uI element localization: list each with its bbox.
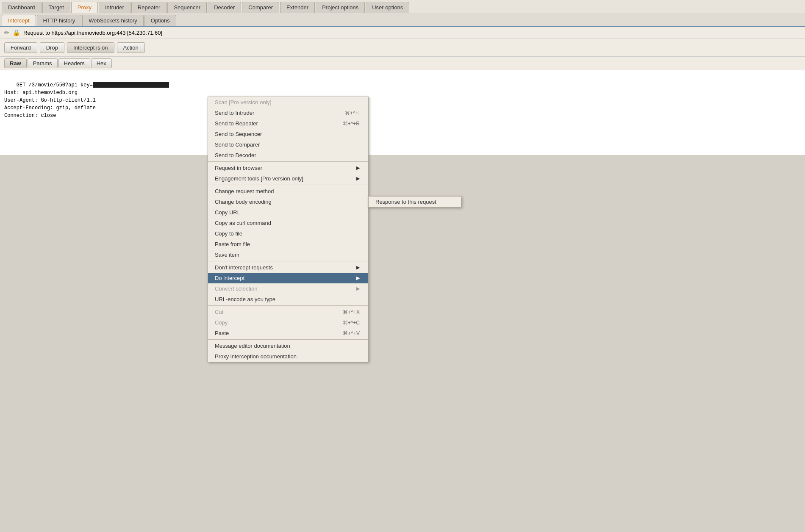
top-nav-bar: Dashboard Target Proxy Intruder Repeater…	[0, 0, 805, 13]
menu-item-engagement-tools[interactable]: Engagement tools [Pro version only] ▶	[208, 173, 368, 184]
sub-tab-websockets[interactable]: WebSockets history	[82, 15, 144, 26]
menu-separator-4	[208, 305, 368, 306]
nav-tab-repeater[interactable]: Repeater	[131, 2, 167, 13]
menu-separator-5	[208, 339, 368, 340]
menu-item-change-encoding[interactable]: Change body encoding	[208, 197, 368, 207]
lock-icon: 🔒	[13, 29, 20, 36]
button-row: Forward Drop Intercept is on Action	[0, 39, 805, 57]
info-bar: ✏ 🔒 Request to https://api.themoviedb.or…	[0, 27, 805, 39]
request-line5: Connection: close	[4, 113, 56, 119]
menu-separator-2	[208, 185, 368, 185]
request-line1: GET /3/movie/550?api_key=	[17, 82, 93, 88]
menu-item-paste-file[interactable]: Paste from file	[208, 239, 368, 249]
nav-tab-user-options[interactable]: User options	[366, 2, 409, 13]
menu-item-editor-docs[interactable]: Message editor documentation	[208, 341, 368, 351]
menu-item-save-item[interactable]: Save item	[208, 249, 368, 260]
nav-tab-comparer[interactable]: Comparer	[242, 2, 279, 13]
nav-tab-dashboard[interactable]: Dashboard	[2, 2, 42, 13]
nav-tab-extender[interactable]: Extender	[280, 2, 315, 13]
nav-tab-decoder[interactable]: Decoder	[208, 2, 241, 13]
format-tab-raw[interactable]: Raw	[4, 58, 27, 68]
forward-button[interactable]: Forward	[4, 42, 37, 53]
api-key-masked	[93, 82, 169, 88]
drop-button[interactable]: Drop	[40, 42, 64, 53]
request-line2: Host: api.themoviedb.org	[4, 90, 78, 96]
menu-item-dont-intercept[interactable]: Don't intercept requests ▶	[208, 262, 368, 273]
menu-separator-1	[208, 161, 368, 162]
format-tab-row: Raw Params Headers Hex	[0, 57, 805, 70]
nav-tab-proxy[interactable]: Proxy	[71, 2, 98, 13]
nav-tab-sequencer[interactable]: Sequencer	[167, 2, 207, 13]
menu-item-send-sequencer[interactable]: Send to Sequencer	[208, 129, 368, 139]
menu-item-convert-selection[interactable]: Convert selection ▶	[208, 283, 368, 294]
action-button[interactable]: Action	[117, 42, 145, 53]
sub-nav-bar: Intercept HTTP history WebSockets histor…	[0, 13, 805, 27]
main-content: ✏ 🔒 Request to https://api.themoviedb.or…	[0, 27, 805, 155]
menu-item-request-browser[interactable]: Request in browser ▶	[208, 163, 368, 173]
menu-item-do-intercept[interactable]: Do intercept ▶	[208, 273, 368, 283]
menu-separator-3	[208, 261, 368, 261]
sub-tab-http-history[interactable]: HTTP history	[37, 15, 82, 26]
intercept-toggle-button[interactable]: Intercept is on	[67, 42, 114, 53]
menu-item-send-intruder[interactable]: Send to Intruder ⌘+^+I	[208, 108, 368, 118]
menu-item-change-method[interactable]: Change request method	[208, 186, 368, 197]
format-tab-hex[interactable]: Hex	[91, 58, 112, 68]
menu-item-cut[interactable]: Cut ⌘+^+X	[208, 307, 368, 317]
nav-tab-target[interactable]: Target	[42, 2, 70, 13]
menu-item-send-comparer[interactable]: Send to Comparer	[208, 139, 368, 150]
arrow-icon-do-intercept: ▶	[356, 275, 360, 281]
nav-tab-intruder[interactable]: Intruder	[99, 2, 130, 13]
menu-item-paste[interactable]: Paste ⌘+^+V	[208, 328, 368, 338]
menu-item-send-repeater[interactable]: Send to Repeater ⌘+^+R	[208, 118, 368, 129]
sub-tab-options[interactable]: Options	[144, 15, 176, 26]
arrow-icon-convert: ▶	[356, 286, 360, 291]
format-tab-headers[interactable]: Headers	[58, 58, 90, 68]
menu-item-copy-url[interactable]: Copy URL	[208, 207, 368, 218]
menu-item-copy[interactable]: Copy ⌘+^+C	[208, 317, 368, 328]
request-url: Request to https://api.themoviedb.org:44…	[23, 30, 162, 36]
request-line4: Accept-Encoding: gzip, deflate	[4, 105, 96, 111]
sub-tab-intercept[interactable]: Intercept	[2, 15, 36, 26]
request-line3: User-Agent: Go-http-client/1.1	[4, 97, 96, 103]
arrow-icon-dont-intercept: ▶	[356, 265, 360, 270]
nav-tab-project-options[interactable]: Project options	[316, 2, 365, 13]
context-menu: Scan [Pro version only] Send to Intruder…	[208, 97, 369, 362]
edit-icon: ✏	[4, 29, 9, 36]
menu-item-copy-curl[interactable]: Copy as curl command	[208, 218, 368, 228]
submenu-item-response-to-request[interactable]: Response to this request	[369, 197, 461, 207]
request-body[interactable]: GET /3/movie/550?api_key= Host: api.them…	[0, 70, 805, 155]
menu-item-copy-file[interactable]: Copy to file	[208, 228, 368, 239]
format-tab-params[interactable]: Params	[28, 58, 58, 68]
menu-item-url-encode[interactable]: URL-encode as you type	[208, 294, 368, 305]
menu-item-send-decoder[interactable]: Send to Decoder	[208, 150, 368, 161]
arrow-icon-browser: ▶	[356, 165, 360, 171]
menu-item-proxy-docs[interactable]: Proxy interception documentation	[208, 351, 368, 362]
menu-item-scan[interactable]: Scan [Pro version only]	[208, 97, 368, 108]
arrow-icon-engagement: ▶	[356, 176, 360, 181]
do-intercept-submenu: Response to this request	[368, 196, 461, 208]
